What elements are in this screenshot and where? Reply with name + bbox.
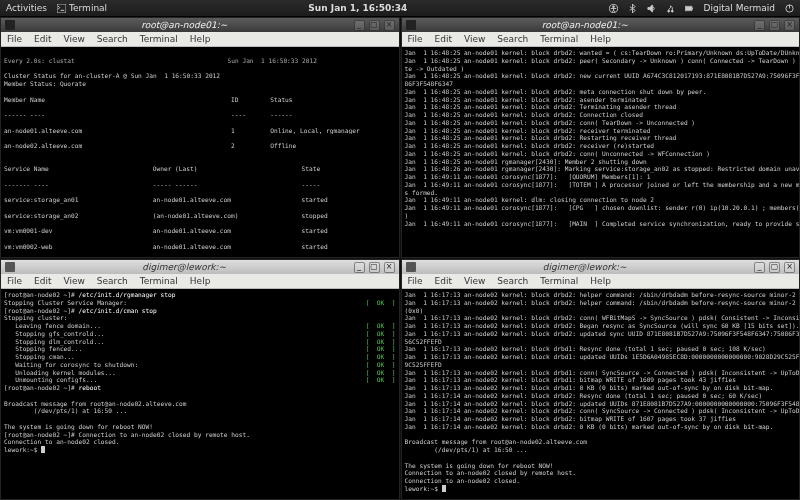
window-icon (5, 262, 15, 272)
terminal-output[interactable]: Every 2.0s: clustat Sun Jan 1 16:50:33 2… (1, 47, 399, 257)
titlebar[interactable]: digimer@lework:~ _ ▢ × (1, 260, 399, 274)
menu-item-help[interactable]: Help (590, 276, 611, 286)
shutdown-icon[interactable] (785, 4, 794, 13)
menu-item-edit[interactable]: Edit (435, 34, 452, 44)
window-icon (406, 262, 416, 272)
activities-button[interactable]: Activities (6, 3, 47, 13)
battery-icon[interactable] (685, 4, 694, 13)
menu-item-terminal[interactable]: Terminal (540, 276, 578, 286)
menu-item-edit[interactable]: Edit (34, 34, 51, 44)
volume-icon[interactable] (647, 4, 656, 13)
menu-item-edit[interactable]: Edit (34, 276, 51, 286)
svg-point-4 (667, 10, 669, 12)
svg-point-5 (671, 10, 673, 12)
menu-item-search[interactable]: Search (497, 34, 528, 44)
window-title: digimer@lework:~ (420, 262, 751, 272)
menu-item-terminal[interactable]: Terminal (140, 276, 178, 286)
app-menu-label: Terminal (69, 3, 107, 13)
menubar: FileEditViewSearchTerminalHelp (402, 32, 800, 47)
app-menu-terminal[interactable]: Terminal (57, 3, 107, 13)
user-menu[interactable]: Digital Mermaid (704, 3, 775, 13)
menu-item-view[interactable]: View (464, 34, 485, 44)
terminal-icon (57, 4, 66, 13)
maximize-button[interactable]: ▢ (369, 20, 380, 31)
close-button[interactable]: × (384, 262, 395, 273)
terminal-window-br: digimer@lework:~ _ ▢ × FileEditViewSearc… (401, 259, 801, 500)
menu-item-terminal[interactable]: Terminal (140, 34, 178, 44)
menu-item-search[interactable]: Search (497, 276, 528, 286)
close-button[interactable]: × (784, 262, 795, 273)
network-icon[interactable] (666, 4, 675, 13)
menu-item-search[interactable]: Search (97, 276, 128, 286)
minimize-button[interactable]: _ (754, 20, 765, 31)
close-button[interactable]: × (784, 20, 795, 31)
menu-item-view[interactable]: View (64, 34, 85, 44)
panel-clock[interactable]: Sun Jan 1, 16:50:34 (115, 3, 601, 13)
menu-item-file[interactable]: File (7, 276, 22, 286)
close-button[interactable]: × (384, 20, 395, 31)
menubar: FileEditViewSearchTerminalHelp (1, 274, 399, 289)
window-title: digimer@lework:~ (19, 262, 350, 272)
window-icon (406, 20, 416, 30)
terminal-window-bl: digimer@lework:~ _ ▢ × FileEditViewSearc… (0, 259, 400, 500)
terminal-output[interactable]: Jan 1 16:17:13 an-node02 kernel: block d… (402, 289, 800, 499)
titlebar[interactable]: root@an-node01:~ _ ▢ × (1, 18, 399, 32)
window-icon (5, 20, 15, 30)
bluetooth-icon[interactable] (628, 4, 637, 13)
menu-item-file[interactable]: File (408, 276, 423, 286)
minimize-button[interactable]: _ (754, 262, 765, 273)
menu-item-view[interactable]: View (464, 276, 485, 286)
titlebar[interactable]: root@an-node01:~ _ ▢ × (402, 18, 800, 32)
maximize-button[interactable]: ▢ (769, 20, 780, 31)
minimize-button[interactable]: _ (354, 262, 365, 273)
menu-item-view[interactable]: View (64, 276, 85, 286)
svg-rect-7 (691, 7, 692, 9)
menubar: FileEditViewSearchTerminalHelp (402, 274, 800, 289)
minimize-button[interactable]: _ (354, 20, 365, 31)
menu-item-edit[interactable]: Edit (435, 276, 452, 286)
menubar: FileEditViewSearchTerminalHelp (1, 32, 399, 47)
menu-item-file[interactable]: File (7, 34, 22, 44)
window-grid: root@an-node01:~ _ ▢ × FileEditViewSearc… (0, 17, 800, 500)
terminal-window-tr: root@an-node01:~ _ ▢ × FileEditViewSearc… (401, 17, 801, 258)
accessibility-icon[interactable] (609, 4, 618, 13)
menu-item-search[interactable]: Search (97, 34, 128, 44)
terminal-output[interactable]: Jan 1 16:48:25 an-node01 kernel: block d… (402, 47, 800, 257)
maximize-button[interactable]: ▢ (369, 262, 380, 273)
window-title: root@an-node01:~ (19, 20, 350, 30)
menu-item-help[interactable]: Help (590, 34, 611, 44)
top-panel: Activities Terminal Sun Jan 1, 16:50:34 … (0, 0, 800, 17)
window-title: root@an-node01:~ (420, 20, 751, 30)
menu-item-file[interactable]: File (408, 34, 423, 44)
svg-rect-8 (685, 7, 690, 10)
menu-item-help[interactable]: Help (190, 276, 211, 286)
menu-item-help[interactable]: Help (190, 34, 211, 44)
maximize-button[interactable]: ▢ (769, 262, 780, 273)
menu-item-terminal[interactable]: Terminal (540, 34, 578, 44)
terminal-output[interactable]: [root@an-node02 ~]# /etc/init.d/rgmanage… (1, 289, 399, 499)
titlebar[interactable]: digimer@lework:~ _ ▢ × (402, 260, 800, 274)
svg-point-3 (612, 5, 614, 7)
terminal-window-tl: root@an-node01:~ _ ▢ × FileEditViewSearc… (0, 17, 400, 258)
